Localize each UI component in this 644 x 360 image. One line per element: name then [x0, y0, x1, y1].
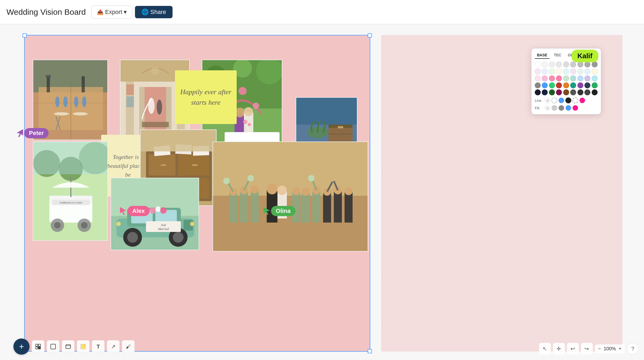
swatch[interactable]	[563, 75, 569, 81]
svg-point-115	[312, 186, 320, 194]
zoom-control: − 100% +	[595, 344, 625, 353]
swatch[interactable]	[556, 75, 562, 81]
frames-tool[interactable]	[32, 340, 45, 353]
swatch[interactable]	[577, 68, 583, 74]
swatch[interactable]	[584, 75, 590, 81]
line-dashed[interactable]	[572, 97, 578, 103]
svg-rect-71	[161, 164, 166, 166]
swatch[interactable]	[584, 89, 590, 95]
swatch[interactable]	[592, 89, 598, 95]
undo-button[interactable]: ↩	[567, 343, 579, 355]
share-button[interactable]: 🌐 Share	[135, 6, 173, 18]
sel-handle-tr[interactable]	[368, 33, 372, 38]
swatch[interactable]	[535, 89, 541, 95]
swatch[interactable]	[570, 68, 576, 74]
swatch[interactable]	[570, 89, 576, 95]
swatch[interactable]	[584, 61, 590, 67]
card-tool[interactable]	[62, 340, 75, 353]
arrow-tool[interactable]: ↗	[107, 340, 120, 353]
swatch[interactable]	[592, 61, 598, 67]
redo-button[interactable]: ↪	[581, 343, 593, 355]
export-label: Export	[105, 9, 122, 16]
topbar: Wedding Vision Board 📤 Export ▾ 🌐 Share	[0, 0, 644, 24]
svg-rect-41	[244, 112, 253, 134]
vision-board[interactable]: Happily ever after starts here Together …	[24, 35, 370, 352]
svg-line-126	[312, 180, 316, 190]
swatch[interactable]	[542, 75, 548, 81]
line-blue[interactable]	[558, 97, 564, 103]
cp-tab-base[interactable]: BASE	[535, 52, 550, 59]
swatch[interactable]	[549, 61, 555, 67]
swatch[interactable]	[549, 75, 555, 81]
swatch[interactable]	[563, 89, 569, 95]
help-button[interactable]: ?	[627, 343, 639, 355]
line-pink[interactable]	[579, 97, 585, 103]
swatch[interactable]	[549, 68, 555, 74]
sel-handle-tl[interactable]	[23, 33, 27, 38]
svg-point-90	[160, 207, 167, 214]
swatch[interactable]	[549, 89, 555, 95]
cursor-tool[interactable]: ↖	[539, 343, 551, 355]
swatch[interactable]	[584, 82, 590, 88]
swatch[interactable]	[592, 68, 598, 74]
fill-pink[interactable]	[572, 105, 578, 111]
swatch[interactable]	[556, 68, 562, 74]
olina-label: Olina	[271, 206, 295, 216]
fill-gray-light[interactable]	[551, 105, 557, 111]
svg-point-89	[155, 206, 161, 212]
zoom-plus[interactable]: +	[619, 346, 621, 352]
swatch[interactable]	[577, 89, 583, 95]
zoom-minus[interactable]: −	[598, 346, 601, 352]
swatch[interactable]	[535, 68, 541, 74]
swatch[interactable]	[556, 89, 562, 95]
pen-tool-bottom[interactable]: 🖌	[122, 340, 135, 353]
swatch[interactable]	[577, 75, 583, 81]
svg-point-119	[334, 186, 342, 194]
svg-rect-80	[116, 219, 194, 237]
swatch[interactable]	[542, 61, 548, 67]
swatch[interactable]	[535, 61, 541, 67]
swatch[interactable]	[542, 82, 548, 88]
move-tool[interactable]: ✛	[553, 343, 565, 355]
line-white[interactable]	[551, 97, 557, 103]
canvas[interactable]: Happily ever after starts here Together …	[0, 24, 644, 360]
swatch[interactable]	[592, 75, 598, 81]
swatch[interactable]	[563, 82, 569, 88]
swatch[interactable]	[570, 75, 576, 81]
line-black[interactable]	[565, 97, 571, 103]
swatch[interactable]	[570, 61, 576, 67]
swatch[interactable]	[577, 82, 583, 88]
swatch[interactable]	[542, 68, 548, 74]
svg-rect-118	[334, 192, 342, 223]
line-row: Line ⊘	[535, 97, 598, 103]
svg-rect-18	[126, 82, 134, 140]
fill-blue[interactable]	[565, 105, 571, 111]
line-none[interactable]: ⊘	[544, 97, 550, 103]
swatch[interactable]	[535, 82, 541, 88]
swatch[interactable]	[577, 61, 583, 67]
sel-handle-br[interactable]	[368, 349, 372, 353]
swatch[interactable]	[535, 75, 541, 81]
export-button[interactable]: 📤 Export ▾	[91, 6, 133, 19]
shape-tool-bottom[interactable]	[47, 340, 60, 353]
peter-label: Peter	[24, 128, 49, 138]
swatch[interactable]	[563, 61, 569, 67]
sticky-tool[interactable]	[77, 340, 90, 353]
add-fab-button[interactable]: +	[13, 339, 30, 355]
swatch[interactable]	[563, 68, 569, 74]
swatch[interactable]	[556, 61, 562, 67]
text-tool-bottom[interactable]: T	[92, 340, 105, 353]
svg-point-103	[277, 186, 287, 195]
svg-rect-2	[39, 87, 103, 130]
swatch[interactable]	[584, 68, 590, 74]
swatch[interactable]	[592, 82, 598, 88]
svg-text:Married: Married	[158, 227, 169, 231]
swatch selected[interactable]	[570, 82, 576, 88]
svg-rect-68	[149, 154, 175, 176]
swatch[interactable]	[556, 82, 562, 88]
cp-tab-tec[interactable]: TEC	[552, 52, 564, 59]
fill-none[interactable]: ⊘	[544, 105, 550, 111]
swatch[interactable]	[542, 89, 548, 95]
fill-gray[interactable]	[558, 105, 564, 111]
swatch[interactable]	[549, 82, 555, 88]
